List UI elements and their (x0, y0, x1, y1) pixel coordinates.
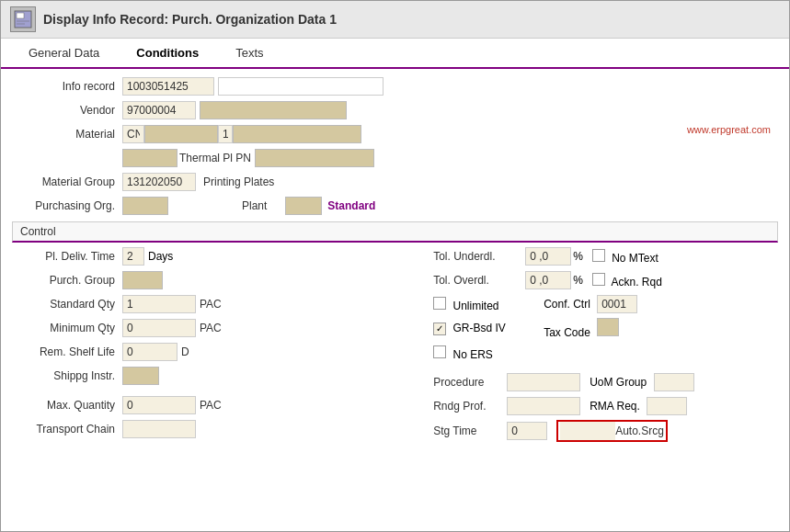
material-group-input[interactable] (122, 173, 196, 191)
ackn-rqd-row: Ackn. Rqd (592, 273, 662, 289)
material-mid-block (144, 125, 218, 143)
minimum-qty-unit: PAC (200, 322, 222, 334)
procedure-input[interactable] (507, 373, 580, 391)
title-bar: Display Info Record: Purch. Organization… (1, 1, 789, 39)
gr-bsd-iv-label: GR-Bsd IV (452, 322, 505, 334)
procedure-row: Procedure UoM Group (433, 372, 778, 392)
ackn-rqd-checkbox[interactable] (592, 273, 605, 286)
material-group-desc: Printing Plates (203, 175, 274, 188)
uom-group-input[interactable] (654, 373, 694, 391)
shippg-instr-row: Shippg Instr. (12, 366, 433, 386)
standard-qty-label: Standard Qty (12, 298, 122, 311)
main-window: Display Info Record: Purch. Organization… (0, 0, 790, 532)
stg-time-input[interactable] (507, 422, 547, 440)
minimum-qty-label: Minimum Qty (12, 322, 122, 334)
conf-ctrl-row: Conf. Ctrl (544, 295, 637, 313)
max-qty-label: Max. Quantity (12, 399, 122, 412)
no-mtext-row: No MText (592, 249, 658, 265)
material-group-row: Material Group Printing Plates (12, 172, 778, 192)
tol-overdl-input[interactable] (525, 271, 571, 289)
stg-time-label: Stg Time (433, 424, 507, 437)
shippg-instr-block (122, 367, 159, 385)
menu-bar: General Data Conditions Texts (1, 39, 789, 69)
material-row: Material (12, 124, 778, 144)
rem-shelf-input[interactable] (122, 343, 177, 361)
tol-overdl-label: Tol. Overdl. (433, 274, 525, 287)
transport-chain-input[interactable] (122, 420, 196, 438)
menu-conditions[interactable]: Conditions (118, 39, 217, 67)
ackn-rqd-label: Ackn. Rqd (611, 276, 661, 289)
svg-rect-1 (17, 13, 24, 18)
unlimited-row: Unlimited (433, 297, 525, 312)
no-mtext-checkbox[interactable] (592, 249, 605, 262)
window-title: Display Info Record: Purch. Organization… (43, 12, 337, 27)
purch-group-row: Purch. Group (12, 270, 433, 290)
tol-underdl-input[interactable] (525, 247, 571, 266)
rndg-prof-label: Rndg Prof. (433, 400, 507, 413)
info-record-row: Info record (12, 76, 778, 96)
vendor-label: Vendor (12, 104, 122, 117)
minimum-qty-row: Minimum Qty PAC (12, 318, 433, 338)
no-ers-label: No ERS (452, 348, 492, 361)
purch-org-label: Purchasing Org. (12, 199, 122, 212)
purch-org-input-block (122, 197, 168, 215)
unlimited-checkbox[interactable] (433, 297, 446, 310)
auto-srcg-highlight: Auto.Srcg (556, 420, 668, 442)
rndg-prof-input[interactable] (507, 397, 580, 415)
auto-srcg-label: Auto.Srcg (615, 424, 664, 437)
no-ers-checkbox[interactable] (433, 345, 446, 358)
pl-deliv-row: Pl. Deliv. Time Days (12, 246, 433, 266)
gr-bsd-iv-checkbox[interactable]: ✓ (433, 323, 446, 335)
standard-qty-input[interactable] (122, 295, 196, 313)
tax-code-row: Tax Code (544, 318, 619, 339)
vendor-row: Vendor (12, 100, 778, 120)
pl-deliv-label: Pl. Deliv. Time (12, 250, 122, 263)
pl-deliv-input[interactable] (122, 247, 144, 266)
plant-standard: Standard (327, 199, 375, 212)
info-record-label: Info record (12, 80, 122, 93)
plant-input-block (285, 197, 322, 215)
vendor-name-block (200, 101, 347, 119)
max-qty-input[interactable] (122, 396, 196, 414)
minimum-qty-input[interactable] (122, 319, 196, 337)
material-suffix[interactable] (218, 125, 233, 143)
material-group-label: Material Group (12, 175, 122, 188)
material-desc-block2 (255, 149, 374, 167)
material-desc-row: Thermal Pl PN (12, 148, 778, 168)
rndg-prof-row: Rndg Prof. RMA Req. (433, 396, 778, 416)
gr-bsd-iv-row: ✓ GR-Bsd IV (433, 322, 525, 335)
control-section: Pl. Deliv. Time Days Purch. Group Standa… (12, 246, 778, 446)
conf-ctrl-label: Conf. Ctrl (544, 298, 590, 311)
auto-srcg-input[interactable] (560, 422, 615, 440)
form-content: www.erpgreat.com Info record Vendor Mate… (1, 69, 789, 531)
tol-underdl-label: Tol. Underdl. (433, 250, 525, 263)
tol-underdl-pct: % (573, 250, 583, 263)
menu-general-data[interactable]: General Data (10, 39, 118, 67)
rma-req-input[interactable] (647, 397, 687, 415)
procedure-label: Procedure (433, 376, 507, 389)
purch-group-label: Purch. Group (12, 274, 122, 287)
rma-req-label: RMA Req. (590, 400, 640, 413)
rem-shelf-row: Rem. Shelf Life D (12, 342, 433, 362)
no-mtext-label: No MText (612, 252, 658, 265)
vendor-input[interactable] (122, 101, 196, 119)
conf-ctrl-input[interactable] (597, 295, 637, 313)
control-section-header: Control (12, 221, 778, 243)
pl-deliv-unit: Days (148, 250, 173, 263)
uom-group-span: UoM Group (590, 373, 693, 391)
rma-req-span: RMA Req. (590, 397, 687, 415)
material-prefix[interactable] (122, 125, 144, 143)
menu-texts[interactable]: Texts (217, 39, 281, 67)
unlimited-conf-row: Unlimited Conf. Ctrl (433, 294, 778, 314)
transport-chain-label: Transport Chain (12, 423, 122, 436)
plant-label: Plant (242, 199, 267, 212)
info-record-extra[interactable] (218, 77, 384, 96)
max-qty-row: Max. Quantity PAC (12, 395, 433, 415)
tax-code-label: Tax Code (544, 326, 590, 339)
material-desc-block1 (122, 149, 177, 167)
tol-overdl-pct: % (573, 274, 583, 287)
no-ers-row: No ERS (433, 343, 778, 363)
shippg-instr-label: Shippg Instr. (12, 369, 122, 382)
info-record-input[interactable] (122, 77, 214, 96)
gr-bsd-tax-row: ✓ GR-Bsd IV Tax Code (433, 318, 778, 339)
